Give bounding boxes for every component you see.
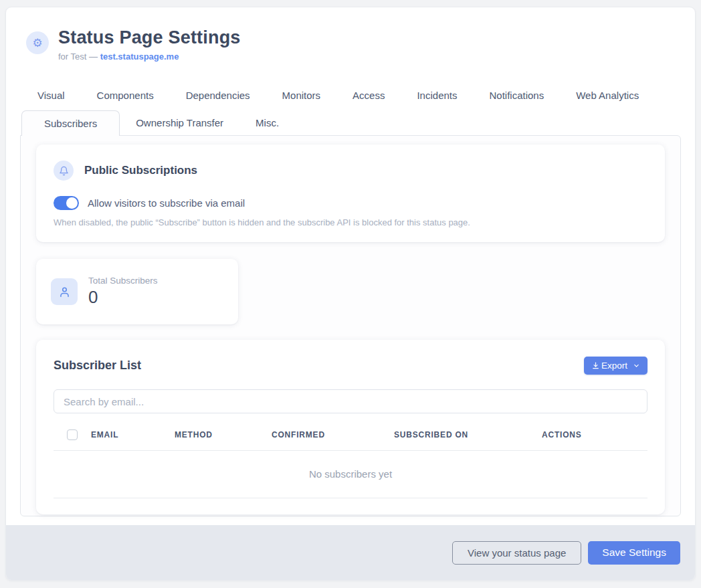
tab-subscribers[interactable]: Subscribers (21, 110, 120, 136)
chevron-down-icon (633, 362, 640, 369)
search-input[interactable] (54, 389, 647, 413)
subscribe-toggle-row: Allow visitors to subscribe via email (54, 196, 647, 210)
column-subscribed-on: Subscribed On (394, 430, 542, 439)
column-confirmed: Confirmed (272, 430, 394, 439)
export-button[interactable]: Export (584, 357, 647, 375)
toggle-knob (66, 197, 78, 209)
status-page-link[interactable]: test.statuspage.me (100, 52, 179, 62)
select-all-checkbox[interactable] (67, 429, 78, 440)
subscribe-help-text: When disabled, the public “Subscribe” bu… (54, 217, 647, 227)
column-actions: Actions (542, 430, 647, 439)
tab-visual[interactable]: Visual (37, 86, 65, 105)
tab-dependencies[interactable]: Dependencies (186, 86, 250, 105)
tabs-row-2: Subscribers Ownership Transfer Misc. (14, 110, 687, 135)
public-subscriptions-card: Public Subscriptions Allow visitors to s… (36, 144, 665, 242)
empty-state-message: No subscribers yet (54, 451, 647, 498)
settings-window: ⚙ Status Page Settings for Test — test.s… (5, 7, 696, 581)
bell-icon (54, 161, 74, 181)
tab-misc[interactable]: Misc. (239, 110, 295, 135)
export-button-label: Export (601, 361, 627, 371)
total-subscribers-value: 0 (88, 287, 158, 308)
tab-monitors[interactable]: Monitors (282, 86, 321, 105)
tab-incidents[interactable]: Incidents (417, 86, 457, 105)
tab-access[interactable]: Access (353, 86, 385, 105)
tab-web-analytics[interactable]: Web Analytics (576, 86, 639, 105)
column-method: Method (175, 430, 272, 439)
tab-notifications[interactable]: Notifications (490, 86, 544, 105)
page-header: ⚙ Status Page Settings for Test — test.s… (14, 22, 687, 62)
allow-subscribe-label: Allow visitors to subscribe via email (88, 197, 245, 209)
subscriber-table-header: Email Method Confirmed Subscribed On Act… (54, 429, 647, 451)
tab-components[interactable]: Components (97, 86, 154, 105)
tab-ownership-transfer[interactable]: Ownership Transfer (120, 110, 239, 135)
page-subtitle: for Test — test.statuspage.me (58, 52, 241, 62)
allow-subscribe-toggle[interactable] (54, 196, 79, 210)
column-email: Email (91, 430, 175, 439)
total-subscribers-stat: Total Subscribers 0 (88, 276, 158, 308)
subscriber-list-header: Subscriber List Export (54, 357, 647, 375)
save-settings-button[interactable]: Save Settings (588, 541, 680, 565)
view-status-page-button[interactable]: View your status page (452, 541, 581, 565)
download-icon (591, 361, 600, 370)
footer-bar: View your status page Save Settings (6, 525, 695, 580)
total-subscribers-card: Total Subscribers 0 (36, 259, 238, 324)
public-subscriptions-header: Public Subscriptions (54, 161, 647, 181)
gear-icon: ⚙ (26, 31, 49, 54)
subscriber-list-heading: Subscriber List (54, 359, 141, 373)
person-icon (51, 278, 78, 305)
subscriber-list-card: Subscriber List Export (36, 340, 665, 514)
subscribers-tab-panel: Public Subscriptions Allow visitors to s… (20, 135, 681, 516)
public-subscriptions-heading: Public Subscriptions (84, 164, 197, 177)
tabs-row-1: Visual Components Dependencies Monitors … (14, 86, 687, 105)
settings-body: ⚙ Status Page Settings for Test — test.s… (6, 7, 695, 525)
page-title: Status Page Settings (58, 27, 241, 48)
subtitle-prefix: for Test — (58, 52, 100, 62)
total-subscribers-label: Total Subscribers (88, 276, 158, 286)
page-header-text: Status Page Settings for Test — test.sta… (58, 27, 241, 62)
select-all-cell (54, 429, 91, 440)
